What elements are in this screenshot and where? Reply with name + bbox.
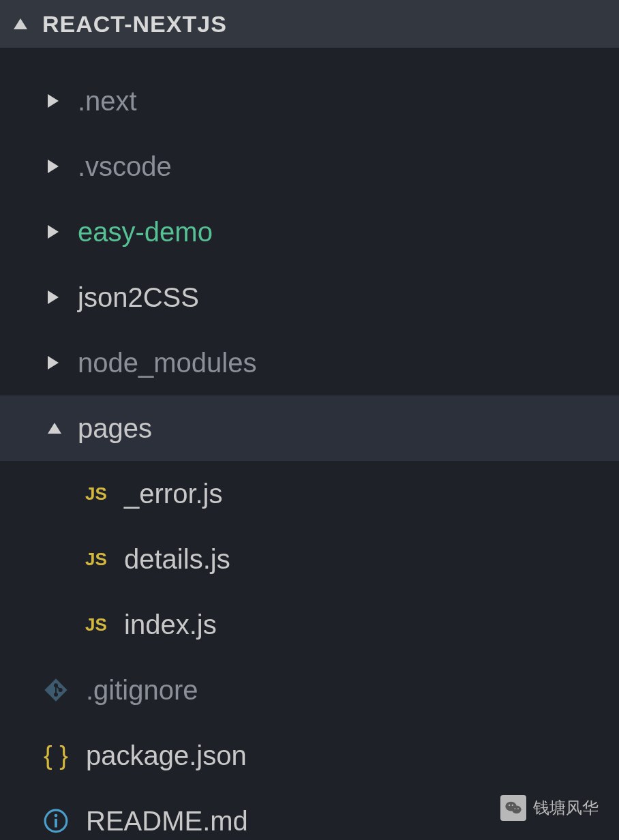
svg-point-6 [55,814,58,817]
js-icon: JS [80,549,112,570]
git-icon [42,676,70,704]
svg-rect-7 [55,819,57,828]
chevron-right-icon [48,160,59,173]
wechat-icon [500,795,526,821]
folder-label: easy-demo [78,217,213,247]
watermark-text: 钱塘风华 [533,797,599,819]
file-tree: .next .vscode easy-demo json2CSS node_mo… [0,48,619,840]
file-gitignore[interactable]: .gitignore [0,657,619,723]
chevron-down-icon [48,423,61,434]
svg-point-11 [512,805,513,806]
file-package-json[interactable]: { } package.json [0,723,619,788]
file-details-js[interactable]: JS details.js [0,526,619,592]
info-icon [42,807,70,835]
file-label: details.js [124,544,230,575]
explorer-header[interactable]: REACT-NEXTJS [0,0,619,48]
folder-vscode[interactable]: .vscode [0,134,619,199]
json-icon: { } [42,741,70,770]
file-label: package.json [86,740,247,771]
file-error-js[interactable]: JS _error.js [0,461,619,526]
chevron-right-icon [48,225,59,239]
file-label: .gitignore [86,675,198,706]
folder-label: pages [78,413,152,444]
folder-label: node_modules [78,348,256,378]
js-icon: JS [80,483,112,505]
svg-point-12 [514,808,515,809]
folder-pages[interactable]: pages [0,395,619,461]
chevron-right-icon [48,290,59,304]
file-label: _error.js [124,479,223,509]
folder-json2css[interactable]: json2CSS [0,265,619,330]
file-index-js[interactable]: JS index.js [0,592,619,657]
folder-label: .next [78,86,137,117]
chevron-down-icon [14,18,27,29]
svg-point-10 [509,805,510,806]
folder-label: json2CSS [78,282,199,313]
file-label: README.md [86,806,248,837]
project-name: REACT-NEXTJS [42,11,227,38]
folder-easy-demo[interactable]: easy-demo [0,199,619,265]
chevron-right-icon [48,356,59,370]
js-icon: JS [80,614,112,635]
folder-next[interactable]: .next [0,68,619,134]
svg-point-9 [512,806,522,814]
svg-point-13 [517,808,519,809]
chevron-right-icon [48,94,59,108]
folder-node-modules[interactable]: node_modules [0,330,619,395]
file-label: index.js [124,610,217,640]
folder-label: .vscode [78,151,172,182]
watermark: 钱塘风华 [500,795,599,821]
